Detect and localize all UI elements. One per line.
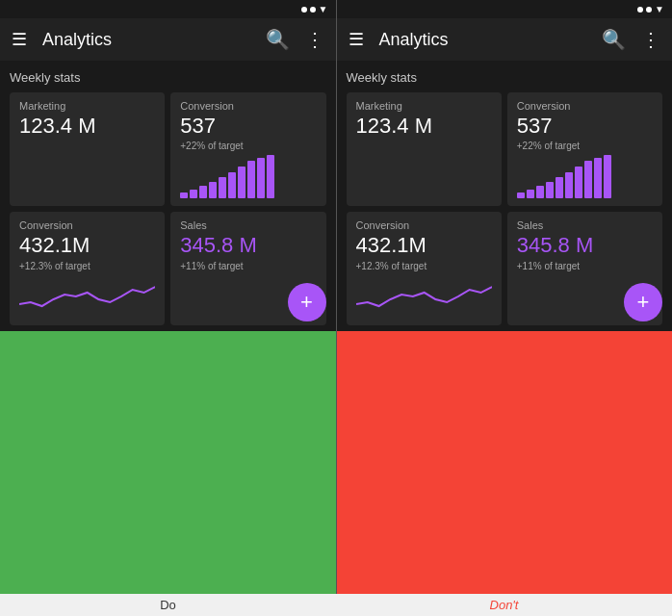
content-left: Weekly stats Marketing 123.4 M Conversio… [0, 61, 336, 331]
conv-main-sub-right: +12.3% of target [356, 261, 492, 271]
rbar9 [594, 158, 602, 199]
status-bar-left: ▼ [0, 0, 336, 18]
rbar10 [604, 155, 611, 198]
dont-label: Don't [336, 594, 672, 616]
phone-do: ▼ ☰ Analytics 🔍 ⋮ Weekly stats Marketing… [0, 0, 337, 594]
app-title-left: Analytics [42, 30, 250, 50]
conv-main-label-left: Conversion [19, 219, 155, 231]
section-label-right: Weekly stats [347, 70, 663, 85]
conv-top-value-right: 537 [517, 114, 653, 139]
marketing-card-right: Marketing 123.4 M [347, 92, 502, 206]
sales-sub-right: +11% of target [517, 261, 653, 271]
rbar8 [584, 161, 592, 199]
conversion-top-card-left: Conversion 537 +22% of target [170, 92, 325, 206]
menu-icon[interactable]: ☰ [12, 29, 27, 50]
search-icon-right[interactable]: 🔍 [602, 28, 626, 51]
bar1 [180, 192, 188, 199]
app-title-right: Analytics [379, 30, 587, 50]
sales-label-right: Sales [517, 219, 653, 231]
rbar4 [546, 182, 554, 198]
bar10 [267, 155, 274, 198]
rbar5 [556, 177, 563, 199]
conversion-top-card-right: Conversion 537 +22% of target [507, 92, 662, 206]
conv-main-sub-left: +12.3% of target [19, 261, 155, 271]
rbar7 [575, 167, 582, 199]
marketing-label-right: Marketing [356, 100, 492, 112]
fab-left[interactable]: + [288, 283, 326, 321]
status-bar-right: ▼ [337, 0, 673, 18]
bar5 [219, 177, 226, 199]
conversion-main-card-right: Conversion 432.1M +12.3% of target [347, 212, 502, 324]
conv-main-label-right: Conversion [356, 219, 492, 231]
bar2 [190, 190, 197, 199]
toolbar-left: ☰ Analytics 🔍 ⋮ [0, 18, 336, 61]
rdot2 [646, 7, 652, 13]
rbar1 [517, 192, 525, 199]
bar6 [228, 172, 236, 199]
sales-label-left: Sales [180, 219, 316, 231]
more-icon[interactable]: ⋮ [305, 28, 324, 51]
marketing-value-right: 123.4 M [356, 114, 492, 139]
line-chart-right [356, 275, 492, 314]
conv-top-label-left: Conversion [180, 100, 316, 112]
sales-sub-left: +11% of target [180, 261, 316, 271]
stats-grid-left: Marketing 123.4 M Conversion 537 +22% of… [10, 92, 326, 331]
marketing-label-left: Marketing [19, 100, 155, 112]
conv-top-label-right: Conversion [517, 100, 653, 112]
fab-right[interactable]: + [624, 283, 662, 321]
rwifi-icon: ▼ [655, 4, 664, 14]
marketing-card-left: Marketing 123.4 M [10, 92, 165, 206]
conv-top-value-left: 537 [180, 114, 316, 139]
bar8 [247, 161, 255, 199]
marketing-value-left: 123.4 M [19, 114, 155, 139]
do-label: Do [0, 594, 336, 616]
bar-chart-left [180, 155, 316, 198]
bar-chart-right [517, 155, 653, 198]
search-icon[interactable]: 🔍 [266, 28, 290, 51]
conversion-main-card-left: Conversion 432.1M +12.3% of target [10, 212, 165, 324]
phone-dont: ▼ ☰ Analytics 🔍 ⋮ Weekly stats Marketing… [337, 0, 673, 594]
bar9 [257, 158, 265, 199]
dot1 [301, 7, 307, 13]
do-bar [0, 331, 336, 594]
conv-top-sub-right: +22% of target [517, 141, 653, 151]
sales-value-right: 345.8 M [517, 233, 653, 258]
stats-grid-right: Marketing 123.4 M Conversion 537 +22% of… [347, 92, 663, 331]
menu-icon-right[interactable]: ☰ [349, 29, 364, 50]
rdot1 [637, 7, 643, 13]
conv-top-sub-left: +22% of target [180, 141, 316, 151]
rbar6 [565, 172, 573, 199]
label-row: Do Don't [0, 594, 672, 616]
bar7 [238, 167, 246, 199]
bar4 [209, 182, 217, 198]
bar3 [199, 186, 207, 199]
dont-bar [337, 331, 673, 594]
toolbar-right: ☰ Analytics 🔍 ⋮ [337, 18, 673, 61]
more-icon-right[interactable]: ⋮ [641, 28, 660, 51]
rbar3 [536, 186, 544, 199]
conv-main-value-right: 432.1M [356, 233, 492, 258]
sales-value-left: 345.8 M [180, 233, 316, 258]
dot2 [310, 7, 316, 13]
line-chart-left [19, 275, 155, 314]
content-right: Weekly stats Marketing 123.4 M Conversio… [337, 61, 673, 331]
conv-main-value-left: 432.1M [19, 233, 155, 258]
wifi-icon: ▼ [319, 4, 328, 14]
section-label-left: Weekly stats [10, 70, 326, 85]
rbar2 [527, 190, 534, 199]
